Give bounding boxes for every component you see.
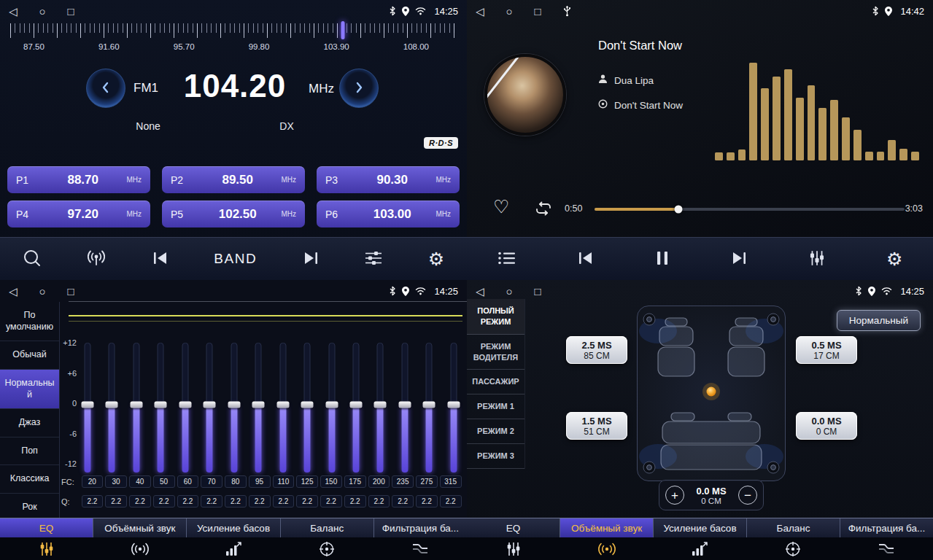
surround-mode-item[interactable]: РЕЖИМ 3 (467, 444, 524, 469)
seek-thumb[interactable] (674, 206, 682, 214)
slider-handle[interactable] (398, 402, 411, 408)
surround-tab-icon[interactable] (93, 542, 187, 556)
sound-settings-tab[interactable]: Баланс (747, 518, 840, 537)
home-icon[interactable]: ○ (39, 6, 46, 17)
scale-pointer[interactable] (341, 21, 345, 39)
eq-preset-item[interactable]: Нормальный (0, 370, 59, 409)
slider-handle[interactable] (374, 402, 387, 408)
back-icon[interactable]: ◁ (476, 6, 484, 17)
eq-band-slider[interactable] (80, 343, 95, 472)
sound-settings-tab[interactable]: EQ (0, 518, 93, 537)
slider-handle[interactable] (130, 402, 142, 408)
increase-delay-button[interactable]: + (665, 486, 684, 505)
settings-button[interactable]: ⚙ (422, 238, 450, 280)
recents-icon[interactable]: □ (535, 6, 541, 17)
eq-band-slider[interactable] (422, 343, 436, 472)
recents-icon[interactable]: □ (68, 6, 74, 17)
tune-up-button[interactable] (339, 69, 379, 108)
delay-rear-left[interactable]: 1.5 MS 51 CM (566, 412, 627, 440)
scan-button[interactable] (17, 238, 47, 280)
sound-settings-tab[interactable]: Усиление басов (187, 518, 280, 537)
slider-handle[interactable] (252, 402, 265, 408)
home-icon[interactable]: ○ (506, 6, 513, 17)
delay-front-right[interactable]: 0.5 MS 17 CM (796, 336, 857, 364)
slider-handle[interactable] (447, 402, 460, 408)
playlist-button[interactable] (492, 238, 522, 280)
repeat-button[interactable] (534, 201, 553, 218)
slider-handle[interactable] (423, 402, 435, 408)
radio-preset-button[interactable]: P6 103.00 MHz (317, 201, 460, 228)
delay-rear-right[interactable]: 0.0 MS 0 CM (796, 412, 857, 440)
back-icon[interactable]: ◁ (9, 286, 18, 297)
slider-handle[interactable] (82, 402, 94, 408)
eq-tab-icon[interactable] (467, 541, 560, 557)
settings-button[interactable]: ⚙ (880, 238, 908, 280)
next-station-button[interactable] (296, 238, 325, 280)
sound-settings-tab[interactable]: Фильтрация ба... (840, 518, 933, 537)
decrease-delay-button[interactable]: − (738, 486, 757, 505)
sound-settings-tab[interactable]: Фильтрация ба... (374, 518, 467, 537)
sound-settings-tab[interactable]: Баланс (281, 518, 374, 537)
delay-front-left[interactable]: 2.5 MS 85 CM (566, 336, 627, 364)
balance-tab-icon[interactable] (280, 541, 373, 557)
filter-tab-icon[interactable] (373, 542, 467, 556)
eq-band-slider[interactable] (153, 343, 168, 472)
slider-handle[interactable] (276, 402, 289, 408)
home-icon[interactable]: ○ (506, 286, 513, 297)
slider-handle[interactable] (325, 402, 338, 408)
surround-mode-item[interactable]: РЕЖИМ 2 (467, 419, 524, 444)
eq-preset-item[interactable]: Джаз (0, 409, 59, 438)
surround-tab-icon[interactable] (560, 542, 654, 556)
slider-handle[interactable] (349, 402, 362, 408)
surround-preset-button[interactable]: Нормальный (837, 310, 921, 331)
favorite-button[interactable]: ♡ (493, 198, 509, 216)
surround-mode-item[interactable]: РЕЖИМ 1 (467, 394, 524, 419)
radio-preset-button[interactable]: P3 90.30 MHz (317, 166, 460, 193)
eq-preset-item[interactable]: По умолчанию (0, 302, 59, 341)
eq-band-slider[interactable] (129, 343, 144, 472)
sound-settings-tab[interactable]: Усиление басов (654, 518, 747, 537)
sound-settings-tab[interactable]: EQ (467, 518, 560, 537)
radio-preset-button[interactable]: P4 97.20 MHz (7, 201, 150, 228)
eq-band-slider[interactable] (202, 343, 217, 472)
eq-band-slider[interactable] (325, 343, 339, 472)
eq-shortcut-button[interactable] (802, 238, 832, 280)
slider-handle[interactable] (106, 402, 118, 408)
back-icon[interactable]: ◁ (9, 6, 18, 17)
eq-band-slider[interactable] (251, 343, 266, 472)
frequency-scale[interactable]: 87.50 91.60 95.70 99.80 103.90 108.00 (10, 23, 458, 58)
next-track-button[interactable] (724, 238, 754, 280)
sound-settings-tab[interactable]: Объёмный звук (93, 518, 187, 537)
slider-handle[interactable] (301, 402, 314, 408)
radio-preset-button[interactable]: P5 102.50 MHz (162, 201, 305, 228)
broadcast-button[interactable] (80, 238, 112, 280)
eq-band-slider[interactable] (446, 343, 461, 472)
eq-band-slider[interactable] (227, 343, 241, 472)
eq-tab-icon[interactable] (0, 541, 93, 557)
home-icon[interactable]: ○ (39, 286, 46, 297)
prev-station-button[interactable] (146, 238, 175, 280)
surround-mode-item[interactable]: ПАССАЖИР (467, 370, 524, 394)
eq-band-slider[interactable] (104, 343, 119, 472)
eq-band-slider[interactable] (300, 343, 314, 472)
slider-handle[interactable] (228, 402, 240, 408)
eq-band-slider[interactable] (178, 343, 193, 472)
sound-settings-tab[interactable]: Объёмный звук (560, 518, 654, 537)
bass-boost-tab-icon[interactable] (654, 541, 747, 557)
eq-preset-item[interactable]: Обычай (0, 341, 59, 370)
balance-tab-icon[interactable] (746, 541, 840, 557)
radio-preset-button[interactable]: P2 89.50 MHz (162, 166, 305, 193)
radio-preset-button[interactable]: P1 88.70 MHz (7, 166, 150, 193)
eq-band-slider[interactable] (276, 343, 290, 472)
recents-icon[interactable]: □ (535, 286, 541, 297)
tune-down-button[interactable] (86, 69, 125, 108)
back-icon[interactable]: ◁ (476, 286, 484, 297)
eq-band-slider[interactable] (349, 343, 363, 472)
band-button[interactable]: BAND (208, 238, 263, 280)
slider-handle[interactable] (179, 402, 191, 408)
eq-shortcut-button[interactable] (358, 238, 389, 280)
prev-track-button[interactable] (571, 238, 600, 280)
slider-handle[interactable] (155, 402, 167, 408)
eq-band-slider[interactable] (373, 343, 387, 472)
eq-preset-item[interactable]: Поп (0, 438, 59, 466)
